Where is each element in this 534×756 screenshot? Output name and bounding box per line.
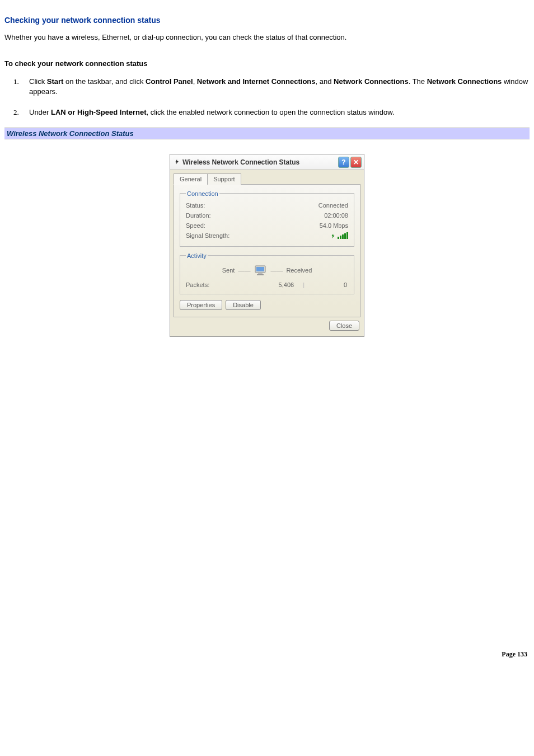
activity-legend: Activity	[186, 252, 208, 259]
received-label: Received	[286, 267, 312, 274]
page-heading: Checking your network connection status	[4, 16, 530, 25]
tab-panel-general: Connection Status: Connected Duration: 0…	[174, 185, 360, 317]
step-text: Click Start on the taskbar, and click Co…	[29, 77, 528, 96]
duration-value: 02:00:08	[324, 212, 348, 219]
sent-label: Sent	[222, 267, 235, 274]
screenshot-caption: Wireless Network Connection Status	[4, 128, 530, 139]
status-label: Status:	[186, 202, 205, 209]
dialog-container: Wireless Network Connection Status ? ✕ G…	[4, 154, 530, 337]
svg-rect-1	[256, 267, 264, 271]
help-button[interactable]: ?	[338, 157, 349, 168]
tabs-container: General Support	[170, 170, 364, 185]
page-footer: Page 133	[4, 650, 530, 659]
step-number: 1.	[13, 77, 19, 87]
close-button[interactable]: Close	[329, 321, 359, 331]
properties-button[interactable]: Properties	[180, 300, 222, 310]
svg-rect-2	[258, 273, 263, 274]
signal-strength-icon	[330, 232, 348, 239]
close-icon[interactable]: ✕	[350, 157, 362, 168]
status-value: Connected	[318, 202, 348, 209]
svg-rect-3	[257, 274, 264, 275]
packets-sent-value: 5,406	[255, 281, 299, 288]
disable-button[interactable]: Disable	[226, 300, 261, 310]
step-1: 1. Click Start on the taskbar, and click…	[4, 77, 530, 97]
signal-label: Signal Strength:	[186, 232, 229, 239]
tab-support[interactable]: Support	[207, 173, 241, 185]
steps-heading: To check your network connection status	[4, 59, 530, 68]
speed-label: Speed:	[186, 222, 205, 229]
dialog-titlebar: Wireless Network Connection Status ? ✕	[170, 154, 364, 170]
computer-icon	[254, 265, 267, 276]
connection-legend: Connection	[186, 190, 219, 197]
packets-label: Packets:	[186, 281, 255, 288]
step-2: 2. Under LAN or High-Speed Internet, cli…	[4, 107, 530, 118]
tab-general[interactable]: General	[174, 173, 208, 185]
activity-group: Activity Sent —— —— Received	[180, 252, 354, 294]
dialog-title: Wireless Network Connection Status	[182, 158, 337, 166]
intro-text: Whether you have a wireless, Ethernet, o…	[4, 32, 530, 43]
step-text: Under LAN or High-Speed Internet, click …	[29, 108, 395, 116]
steps-list: 1. Click Start on the taskbar, and click…	[4, 77, 530, 118]
duration-label: Duration:	[186, 212, 211, 219]
connection-status-dialog: Wireless Network Connection Status ? ✕ G…	[170, 154, 364, 337]
connection-group: Connection Status: Connected Duration: 0…	[180, 190, 354, 247]
speed-value: 54.0 Mbps	[320, 222, 348, 229]
wifi-icon	[174, 158, 180, 166]
packets-received-value: 0	[308, 281, 348, 288]
step-number: 2.	[13, 107, 19, 118]
